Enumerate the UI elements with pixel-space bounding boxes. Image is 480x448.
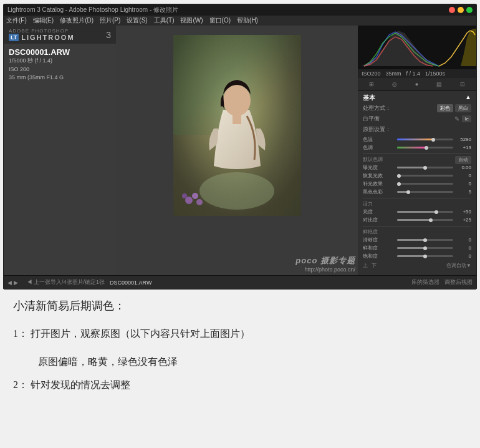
menu-window[interactable]: 窗口(O) [209,16,231,25]
contrast-row: 对比度 +25 [363,217,471,223]
contrast-val: +25 [455,217,471,223]
module-tabs: ⊞ ◎ ● ▤ ⊡ [358,78,476,91]
item2-num: 2： [13,376,28,393]
svg-point-7 [196,199,203,205]
sat-thumb[interactable] [423,246,427,250]
temp-slider-row: 色温 5290 [363,136,471,143]
section-collapse[interactable]: ▲ [465,94,471,102]
prev-btn[interactable]: 上 [363,262,368,269]
auto-button[interactable]: 自动 [455,156,471,164]
contrast-track[interactable] [397,219,453,221]
lr-body: ADOBE PHOTOSHOP LT LIGHTROOM 3 DSC00001.… [4,26,476,275]
close-btn[interactable] [449,7,455,13]
vibrance2-row: 清晰度 0 [363,236,471,243]
tint-thumb[interactable] [425,146,428,150]
brightness-track[interactable] [397,211,453,213]
brightness-label: 亮度 [363,208,395,215]
wb-select[interactable]: Ie [462,115,471,122]
temp-track[interactable] [397,139,453,140]
color-grading[interactable]: 色调自动▼ [446,262,471,269]
vibrance-label: 活力 [363,201,373,207]
photo-shutter: 1/5000 秒 (f / 1.4) [9,57,111,66]
recovery-thumb[interactable] [397,174,401,178]
tab-icon1[interactable]: ⊞ [367,80,377,89]
color-btn[interactable]: 彩色 [437,104,453,112]
svg-point-6 [182,193,187,198]
item1-num: 1： [13,325,28,342]
menu-settings[interactable]: 设置(S) [127,16,147,25]
fill-label: 补光效果 [363,180,395,187]
menu-develop[interactable]: 修改照片(D) [60,16,94,25]
brand-sub: ADOBE PHOTOSHOP [9,28,75,34]
tab-icon5[interactable]: ⊡ [458,80,468,89]
exposure-thumb[interactable] [423,166,427,170]
exposure-val: 0.00 [455,165,471,170]
filter-off[interactable]: 调整后视图 [444,278,473,286]
tab-icon3[interactable]: ● [413,80,421,89]
min-btn[interactable] [458,7,464,13]
sat-label: 鲜和度 [363,245,395,251]
histogram [358,26,476,69]
temp-thumb[interactable] [431,138,435,142]
exposure-track[interactable] [397,167,453,168]
menu-photo[interactable]: 照片(P) [100,16,120,25]
processing-row: 处理方式： 彩色 黑白 [363,104,471,112]
fill-thumb[interactable] [397,182,401,186]
tint-val: +13 [455,145,471,150]
bw-btn[interactable]: 黑白 [455,104,471,112]
watermark: poco 摄影专题 http://photo.poco.cn/ [295,255,355,273]
blacks-track[interactable] [397,191,453,193]
blacks-thumb[interactable] [406,190,410,194]
lr-logo: ADOBE PHOTOSHOP LT LIGHTROOM 3 [4,26,116,44]
text-content: 小清新简易后期调色： 1： 打开图片，观察原图（以下内容只针对上面图片） 原图偏… [3,297,477,399]
svg-point-5 [192,193,198,199]
exposure-row: 曝光度 0.00 [363,164,471,171]
contrast-thumb[interactable] [429,218,433,222]
blacks-row: 黑色色彩 5 [363,188,471,195]
watermark-brand: poco 摄影专题 [295,255,355,266]
hue-thumb[interactable] [423,255,427,258]
contrast-label: 对比度 [363,217,395,223]
sat-track[interactable] [397,247,453,249]
histogram-svg [358,26,476,69]
tab-icon2[interactable]: ◎ [390,80,400,89]
hue-label: 饱和度 [363,253,395,260]
menu-view[interactable]: 视图(W) [180,16,203,25]
photo-info: DSC00001.ARW 1/5000 秒 (f / 1.4) ISO 200 … [4,44,116,85]
tone-subsection: 默认色调 自动 [363,153,471,163]
svg-point-2 [223,85,251,116]
svg-rect-3 [233,115,241,124]
default-row: 原照设置： [363,125,471,134]
basic-panel: 基本 ▲ 处理方式： 彩色 黑白 白平衡 ✎ Ie [358,91,476,271]
presence-subsection: 鲜艳度 [363,226,471,235]
eyedropper-icon[interactable]: ✎ [454,115,459,122]
vibrance2-track[interactable] [397,239,453,241]
menu-help[interactable]: 帮助(H) [237,16,258,25]
recovery-label: 恢复光效 [363,172,395,179]
tone-label: 默认色调 [363,157,383,162]
menu-tools[interactable]: 工具(T) [154,16,175,25]
tint-label: 色调 [363,144,395,151]
tint-track[interactable] [397,147,453,149]
recovery-track[interactable] [397,175,453,177]
blacks-label: 黑色色彩 [363,188,395,195]
cam-aperture: f / 1.4 [406,71,421,77]
fill-track[interactable] [397,183,453,185]
menu-edit[interactable]: 编辑(E) [33,16,54,25]
brightness-thumb[interactable] [434,210,438,214]
tab-icon4[interactable]: ▤ [434,80,444,89]
active-filename: DSC00001.ARW [110,280,151,286]
hue-track[interactable] [397,255,453,257]
vibrance-subsection: 活力 [363,198,471,207]
nav-arrows[interactable]: ◀ ▶ [7,280,18,286]
vibrance2-thumb[interactable] [423,238,427,242]
hue-row: 饱和度 0 [363,253,471,260]
svg-point-1 [199,172,274,210]
sat-row: 鲜和度 0 [363,245,471,251]
sat-val: 0 [455,245,471,251]
next-btn[interactable]: 下 [372,262,377,269]
menu-file[interactable]: 文件(F) [6,16,27,25]
max-btn[interactable] [466,7,473,13]
menu-bar: 文件(F) 编辑(E) 修改照片(D) 照片(P) 设置(S) 工具(T) 视图… [4,16,476,26]
lib-filter[interactable]: 库的筛选器 [411,278,439,286]
